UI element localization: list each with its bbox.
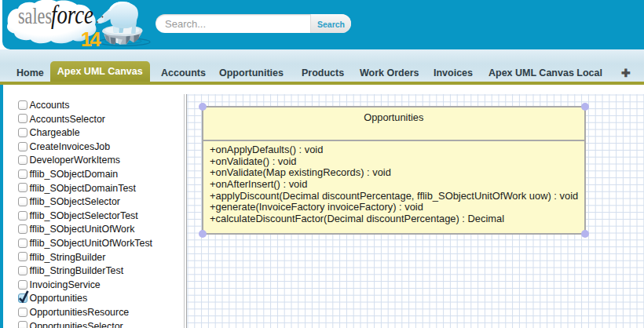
svg-text:force: force (51, 1, 93, 29)
svg-text:4: 4 (90, 27, 101, 49)
svg-text:sales: sales (18, 3, 52, 28)
